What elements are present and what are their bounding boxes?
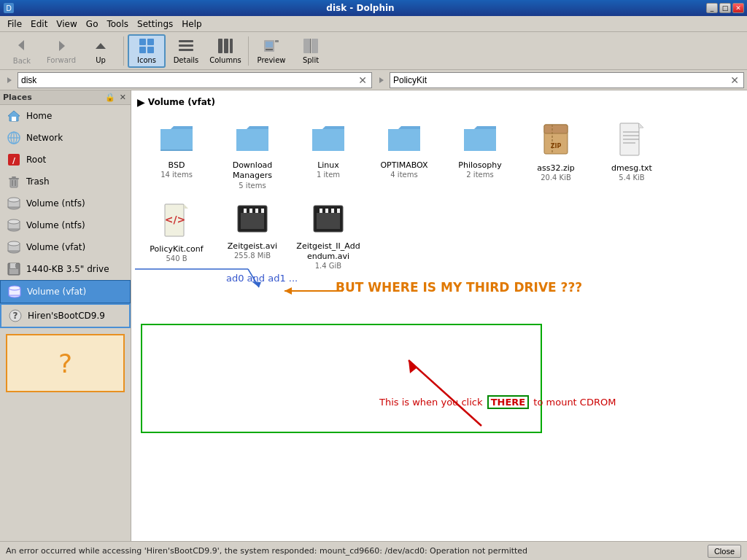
svg-marker-3 [59,41,65,51]
menu-file[interactable]: File [3,18,26,31]
address-field-2[interactable]: ✕ [390,72,744,88]
svg-point-52 [9,286,20,290]
policykit-name: PolicyKit.conf [150,244,203,254]
minimize-button[interactable]: _ [706,3,718,13]
sidebar-item-home[interactable]: Home [0,105,131,127]
details-button[interactable]: Details [167,34,205,68]
sidebar-trash-label: Trash [26,176,50,187]
menu-help[interactable]: Help [177,18,206,31]
maximize-button[interactable]: □ [719,3,731,13]
sidebar-volume-ntfs-2-label: Volume (ntfs) [26,220,85,230]
forward-button[interactable]: Forward [42,34,80,68]
preview-label: Preview [258,56,286,64]
svg-rect-76 [317,209,320,213]
address-input-2[interactable] [393,75,729,85]
zeitgeist2-meta: 1.4 GiB [315,262,341,270]
addr-nav-icon-1 [3,74,16,87]
sidebar-item-network[interactable]: Network [0,127,131,149]
menu-tools[interactable]: Tools [102,18,133,31]
avi-icon-1 [236,203,268,240]
toolbar-separator-1 [123,36,124,66]
columns-icon [217,37,234,56]
bsd-folder-icon [158,122,196,159]
sidebar-item-floppy[interactable]: 1440-KB 3.5" drive [0,258,131,280]
svg-rect-16 [266,42,273,47]
svg-rect-32 [10,179,18,187]
sidebar-placeholder: ? [6,334,125,392]
file-item-ass32zip[interactable]: ZIP ass32.zip 20.4 KiB [519,117,592,195]
trash-icon [6,174,22,190]
svg-marker-23 [379,77,384,83]
sidebar-item-volume-ntfs-2[interactable]: Volume (ntfs) [0,214,131,236]
toolbar: Back Forward Up Icons [0,32,747,70]
preview-button[interactable]: Preview [252,34,290,68]
svg-rect-5 [139,39,146,45]
file-item-zeitgeist[interactable]: Zeitgeist.avi 255.8 MiB [216,198,289,276]
sidebar-root-label: Root [26,155,46,165]
volume-vfat-icon [6,239,22,255]
close-button-statusbar[interactable]: Close [708,545,741,558]
columns-button[interactable]: Columns [206,34,244,68]
file-item-linux[interactable]: Linux 1 item [292,117,365,195]
icons-label: Icons [137,56,156,64]
svg-text:</>: </> [165,214,186,225]
split-icon [302,37,320,56]
back-button[interactable]: Back [3,34,41,68]
file-item-philosophy[interactable]: Philosophy 2 items [444,117,516,195]
svg-rect-79 [334,209,337,213]
file-item-bsd[interactable]: BSD 14 items [140,117,213,195]
sidebar-network-label: Network [26,133,63,143]
address-input-1[interactable] [21,75,357,85]
menu-go[interactable]: Go [82,18,103,31]
addr-clear-2[interactable]: ✕ [729,74,740,86]
icons-button[interactable]: Icons [128,34,166,68]
sidebar-lock-icon[interactable]: 🔒 [104,93,117,102]
policykit-meta: 540 B [166,254,187,262]
svg-rect-14 [230,39,233,53]
statusbar: An error occurred while accessing 'Hiren… [0,541,747,560]
file-item-policykit[interactable]: </> PolicyKit.conf 540 B [140,198,213,276]
sidebar-item-volume-vfat[interactable]: Volume (vfat) [0,236,131,258]
sidebar-volume-ntfs-1-label: Volume (ntfs) [26,198,85,209]
svg-rect-33 [9,178,19,179]
sidebar-hirens-label: Hiren'sBootCD9.9 [28,311,105,321]
root-icon: / [6,152,22,168]
svg-point-39 [8,198,20,202]
breadcrumb-volume: Volume (vfat) [148,97,215,107]
sidebar-item-root[interactable]: / Root [0,149,131,171]
split-button[interactable]: Split [292,34,330,68]
file-area: ▶ Volume (vfat) BSD 14 items [131,90,747,541]
status-message: An error occurred while accessing 'Hiren… [6,546,708,556]
svg-rect-6 [147,39,154,45]
close-button[interactable]: ✕ [732,3,744,13]
network-icon [6,130,22,146]
sidebar-item-volume-vfat-active[interactable]: Volume (vfat) [0,280,131,303]
up-button[interactable]: Up [82,34,120,68]
sidebar-close-icon[interactable]: ✕ [118,93,128,102]
breadcrumb-arrow: ▶ [137,96,145,108]
window-title: disk - Dolphin [15,3,706,13]
addr-clear-1[interactable]: ✕ [357,74,368,86]
philosophy-folder-icon [461,122,499,159]
sidebar-item-trash[interactable]: Trash [0,171,131,192]
green-box [141,324,542,433]
svg-rect-12 [218,39,222,53]
address-field-1[interactable]: ✕ [18,72,372,88]
floppy-icon [6,261,22,277]
sidebar-item-hirens[interactable]: ? Hiren'sBootCD9.9 [0,303,131,328]
file-item-dmesg[interactable]: dmesg.txt 5.4 KiB [595,117,668,195]
avi-icon-2 [312,203,344,240]
file-item-download-managers[interactable]: Download Managers 5 items [216,117,289,195]
sidebar-volume-vfat-label: Volume (vfat) [26,242,85,252]
optimabox-name: OPTIMABOX [380,160,427,171]
zeitgeist-name: Zeitgeist.avi [228,241,277,252]
menu-view[interactable]: View [52,18,81,31]
menu-edit[interactable]: Edit [26,18,52,31]
svg-text:?: ? [13,311,18,321]
file-item-zeitgeist2[interactable]: Zeitgeist_II_Addendum.avi 1.4 GiB [292,198,365,276]
sidebar-item-volume-ntfs-1[interactable]: Volume (ntfs) [0,192,131,214]
placeholder-icon: ? [58,349,72,378]
file-item-optimabox[interactable]: OPTIMABOX 4 items [368,117,441,195]
svg-rect-70 [247,209,249,213]
menu-settings[interactable]: Settings [133,18,177,31]
